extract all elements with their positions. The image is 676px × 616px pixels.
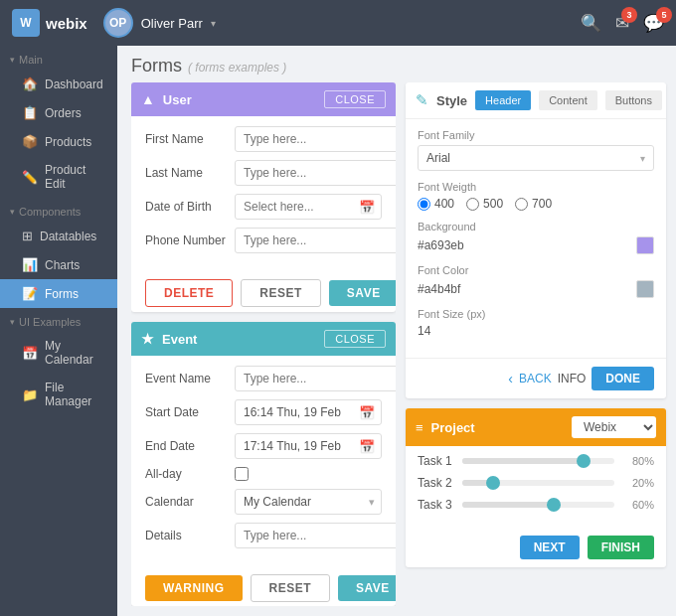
weight-700-option[interactable]: 700 (515, 197, 552, 211)
last-name-input[interactable] (235, 160, 396, 186)
end-date-wrap: 📅 (235, 433, 382, 459)
font-color-value: #a4b4bf (418, 282, 460, 296)
sidebar: ▾ Main 🏠 Dashboard 📋 Orders 📦 Products ✏… (0, 46, 117, 616)
weight-700-radio[interactable] (515, 198, 528, 211)
font-family-value: Arial (426, 151, 450, 165)
sidebar-section-components[interactable]: ▾ Components (0, 198, 117, 222)
sidebar-item-label: Dashboard (45, 77, 103, 91)
save-button[interactable]: SAVE (329, 280, 396, 306)
style-actions: ‹ BACK INFO DONE (406, 358, 666, 398)
font-family-label: Font Family (418, 129, 654, 141)
chevron-down-icon: ▾ (640, 153, 645, 164)
project-select[interactable]: Webix Project A Project B (572, 416, 656, 438)
font-color-field: Font Color #a4b4bf (418, 264, 654, 298)
chevron-down-icon: ▾ (10, 317, 15, 327)
products-icon: 📦 (22, 134, 38, 149)
task-label: Task 2 (418, 476, 462, 490)
first-name-input[interactable] (235, 126, 396, 152)
sidebar-section-label: UI Examples (19, 316, 81, 328)
style-title: Style (436, 93, 467, 108)
calendar-icon: 📅 (359, 439, 375, 454)
allday-checkbox[interactable] (235, 467, 249, 481)
task-percent: 80% (622, 455, 654, 467)
user-name: Oliver Parr (141, 16, 203, 31)
tab-header[interactable]: Header (475, 90, 531, 110)
project-card: ≡ Project Webix Project A Project B Task… (406, 408, 666, 567)
weight-700-label: 700 (532, 197, 552, 211)
details-input[interactable] (235, 523, 396, 548)
phone-input[interactable] (235, 228, 396, 253)
sidebar-section-main[interactable]: ▾ Main (0, 46, 117, 70)
event-save-button[interactable]: SAVE (338, 575, 396, 601)
chevron-left-icon: ‹ (508, 371, 513, 386)
sidebar-item-dashboard[interactable]: 🏠 Dashboard (0, 70, 117, 98)
last-name-label: Last Name (145, 166, 235, 180)
user-form-close-button[interactable]: CLOSE (324, 90, 386, 108)
calendar-select-input[interactable] (235, 489, 382, 515)
weight-500-radio[interactable] (466, 198, 479, 211)
sidebar-item-forms[interactable]: 📝 Forms (0, 279, 117, 308)
sidebar-item-product-edit[interactable]: ✏️ Product Edit (0, 156, 117, 198)
user-profile[interactable]: OP Oliver Parr ▾ (103, 8, 216, 38)
font-size-label: Font Size (px) (418, 308, 654, 320)
background-color-row: #a693eb (418, 236, 654, 254)
sidebar-item-datatables[interactable]: ⊞ Datatables (0, 222, 117, 250)
weight-400-radio[interactable] (418, 198, 430, 211)
calendar-select-label: Calendar (145, 495, 235, 509)
info-button[interactable]: INFO (558, 372, 587, 385)
delete-button[interactable]: DELETE (145, 279, 233, 307)
first-name-label: First Name (145, 132, 235, 146)
sidebar-item-label: Product Edit (45, 163, 107, 191)
task-bar-wrap (462, 502, 614, 508)
alerts-button[interactable]: 💬 5 (643, 13, 664, 34)
style-card-header: ✎ Style Header Content Buttons (406, 82, 666, 119)
reset-button[interactable]: RESET (241, 279, 321, 307)
sidebar-item-orders[interactable]: 📋 Orders (0, 98, 117, 127)
search-button[interactable]: 🔍 (581, 13, 601, 34)
event-form-close-button[interactable]: CLOSE (324, 330, 386, 348)
project-header: ≡ Project Webix Project A Project B (406, 408, 666, 446)
sidebar-item-charts[interactable]: 📊 Charts (0, 250, 117, 279)
user-form-actions: DELETE RESET SAVE (131, 271, 396, 312)
warning-button[interactable]: WARNING (145, 575, 243, 601)
next-button[interactable]: NEXT (520, 536, 580, 559)
sidebar-item-filemanager[interactable]: 📁 File Manager (0, 374, 117, 415)
logo[interactable]: W webix (12, 9, 87, 37)
home-icon: 🏠 (22, 77, 38, 91)
finish-button[interactable]: FINISH (588, 536, 654, 559)
done-button[interactable]: DONE (592, 367, 654, 390)
calendar-select-wrap: ▾ (235, 489, 382, 515)
sidebar-item-label: Orders (45, 106, 82, 120)
sidebar-item-products[interactable]: 📦 Products (0, 127, 117, 156)
sidebar-section-label: Components (19, 206, 81, 218)
font-color-swatch[interactable] (636, 280, 654, 298)
sidebar-item-label: Products (45, 135, 91, 149)
sidebar-section-ui[interactable]: ▾ UI Examples (0, 308, 117, 332)
weight-400-option[interactable]: 400 (418, 197, 454, 211)
messages-button[interactable]: ✉ 3 (615, 13, 629, 34)
dob-label: Date of Birth (145, 200, 235, 214)
task-dot (577, 454, 591, 468)
background-label: Background (418, 221, 654, 232)
sidebar-item-calendar[interactable]: 📅 My Calendar (0, 332, 117, 374)
task-bar (462, 458, 584, 464)
font-size-field: Font Size (px) 14 (418, 308, 654, 338)
back-button[interactable]: BACK (519, 372, 552, 385)
tab-buttons[interactable]: Buttons (605, 90, 662, 110)
logo-text: webix (46, 15, 87, 32)
font-weight-radio-group: 400 500 700 (418, 197, 654, 211)
orders-icon: 📋 (22, 105, 38, 120)
background-swatch[interactable] (636, 236, 654, 254)
font-weight-label: Font Weigth (418, 181, 654, 193)
font-family-field: Font Family Arial ▾ (418, 129, 654, 171)
event-reset-button[interactable]: RESET (251, 574, 331, 602)
allday-row: All-day (145, 467, 382, 481)
event-name-input[interactable] (235, 366, 396, 391)
font-family-select[interactable]: Arial ▾ (418, 145, 654, 171)
project-title: Project (431, 420, 475, 435)
forms-panel: ▲ User CLOSE First Name Last Name (131, 82, 396, 606)
charts-icon: 📊 (22, 257, 38, 272)
weight-500-option[interactable]: 500 (466, 197, 503, 211)
tab-content[interactable]: Content (539, 90, 597, 110)
avatar: OP (103, 8, 133, 38)
